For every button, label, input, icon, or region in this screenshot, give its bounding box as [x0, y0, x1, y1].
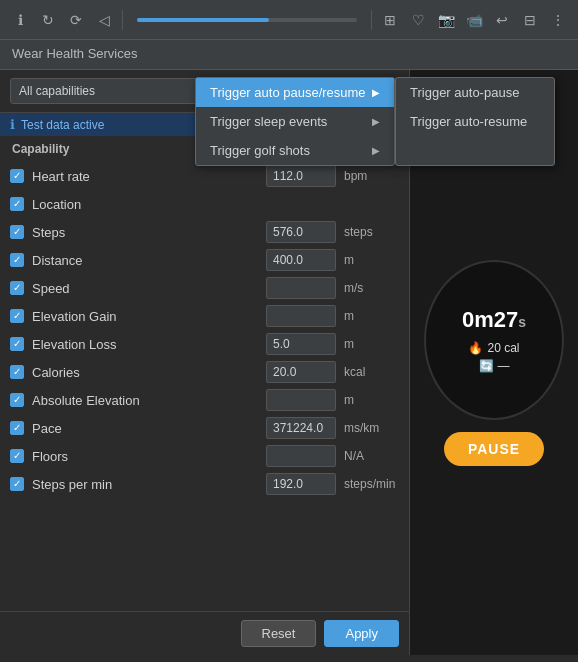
capability-name: Floors — [32, 449, 258, 464]
capability-unit: steps/min — [344, 477, 399, 491]
menu-item-trigger-auto-pause-resume[interactable]: Trigger auto pause/resume ▶ — [196, 78, 394, 107]
capability-name: Steps per min — [32, 477, 258, 492]
capability-name: Speed — [32, 281, 258, 296]
watch-time: 0m27s — [462, 307, 526, 333]
video-icon[interactable]: 📹 — [462, 8, 486, 32]
layout-icon[interactable]: ⊞ — [378, 8, 402, 32]
capability-value-input[interactable] — [266, 361, 336, 383]
reset-button[interactable]: Reset — [241, 620, 317, 647]
capability-unit: N/A — [344, 449, 399, 463]
capability-value-input[interactable] — [266, 305, 336, 327]
capability-checkbox-elevation-gain[interactable] — [10, 309, 24, 323]
table-row: Speedm/s — [0, 274, 409, 302]
capability-name: Pace — [32, 421, 258, 436]
table-row: Stepssteps — [0, 218, 409, 246]
capability-checkbox-elevation-loss[interactable] — [10, 337, 24, 351]
capability-unit: kcal — [344, 365, 399, 379]
capability-name: Elevation Gain — [32, 309, 258, 324]
capability-checkbox-pace[interactable] — [10, 421, 24, 435]
back-icon[interactable]: ◁ — [92, 8, 116, 32]
watch-time-seconds: s — [518, 314, 526, 330]
capability-unit: m — [344, 337, 399, 351]
submenu: Trigger auto-pause Trigger auto-resume — [395, 77, 555, 166]
capability-value-input[interactable] — [266, 417, 336, 439]
camera-icon[interactable]: 📷 — [434, 8, 458, 32]
capability-value-input[interactable] — [266, 445, 336, 467]
dropdown-menu: Trigger auto pause/resume ▶ Trigger slee… — [195, 77, 395, 166]
refresh-activity-icon: 🔄 — [479, 359, 494, 373]
separator-2 — [371, 10, 372, 30]
table-row: Heart ratebpm — [0, 162, 409, 190]
submenu-arrow-3: ▶ — [372, 145, 380, 156]
capability-checkbox-steps-per-min[interactable] — [10, 477, 24, 491]
undo-icon[interactable]: ↩ — [490, 8, 514, 32]
table-row: Steps per minsteps/min — [0, 470, 409, 498]
table-row: Distancem — [0, 246, 409, 274]
menu-item-trigger-golf[interactable]: Trigger golf shots ▶ — [196, 136, 394, 165]
capability-checkbox-floors[interactable] — [10, 449, 24, 463]
capability-checkbox-location[interactable] — [10, 197, 24, 211]
capability-unit: bpm — [344, 169, 399, 183]
sync-icon[interactable]: ⟳ — [64, 8, 88, 32]
capability-name: Calories — [32, 365, 258, 380]
dropdown-menu-overlay: Trigger auto pause/resume ▶ Trigger slee… — [195, 77, 555, 166]
app-title-bar: Wear Health Services — [0, 40, 578, 70]
capability-checkbox-steps[interactable] — [10, 225, 24, 239]
submenu-item-auto-pause[interactable]: Trigger auto-pause — [396, 78, 554, 107]
activity-stat: 🔄 — — [479, 359, 510, 373]
submenu-arrow-1: ▶ — [372, 87, 380, 98]
capability-value-input[interactable] — [266, 249, 336, 271]
watch-face: 0m27s 🔥 20 cal 🔄 — — [424, 260, 564, 420]
capability-value-input[interactable] — [266, 277, 336, 299]
capability-name: Heart rate — [32, 169, 258, 184]
watch-stats: 🔥 20 cal 🔄 — — [468, 341, 519, 373]
capability-name: Steps — [32, 225, 258, 240]
status-text: Test data active — [21, 118, 104, 132]
capability-name: Absolute Elevation — [32, 393, 258, 408]
heart-icon[interactable]: ♡ — [406, 8, 430, 32]
grid-icon[interactable]: ⊟ — [518, 8, 542, 32]
toolbar: ℹ ↻ ⟳ ◁ ⊞ ♡ 📷 📹 ↩ ⊟ ⋮ — [0, 0, 578, 40]
more-icon[interactable]: ⋮ — [546, 8, 570, 32]
capability-value-input[interactable] — [266, 389, 336, 411]
table-row: Elevation Gainm — [0, 302, 409, 330]
fire-icon: 🔥 — [468, 341, 483, 355]
menu-item-label-2: Trigger sleep events — [210, 114, 327, 129]
capability-checkbox-speed[interactable] — [10, 281, 24, 295]
menu-item-trigger-sleep[interactable]: Trigger sleep events ▶ — [196, 107, 394, 136]
capability-checkbox-heart-rate[interactable] — [10, 169, 24, 183]
capability-value-input[interactable] — [266, 333, 336, 355]
table-row: Pacems/km — [0, 414, 409, 442]
calories-stat: 🔥 20 cal — [468, 341, 519, 355]
pause-button[interactable]: PAUSE — [444, 432, 544, 466]
status-info-icon: ℹ — [10, 117, 15, 132]
capability-name: Elevation Loss — [32, 337, 258, 352]
submenu-label-2: Trigger auto-resume — [410, 114, 527, 129]
capability-unit: m — [344, 309, 399, 323]
capability-value-input[interactable] — [266, 221, 336, 243]
capability-checkbox-calories[interactable] — [10, 365, 24, 379]
app-title: Wear Health Services — [12, 46, 137, 61]
calories-value: 20 cal — [487, 341, 519, 355]
submenu-item-auto-resume[interactable]: Trigger auto-resume — [396, 107, 554, 136]
apply-button[interactable]: Apply — [324, 620, 399, 647]
capability-value-input[interactable] — [266, 165, 336, 187]
capability-checkbox-absolute-elevation[interactable] — [10, 393, 24, 407]
info-icon[interactable]: ℹ — [8, 8, 32, 32]
table-row: FloorsN/A — [0, 442, 409, 470]
capability-unit: m — [344, 253, 399, 267]
refresh-icon[interactable]: ↻ — [36, 8, 60, 32]
bottom-buttons: Reset Apply — [0, 611, 409, 655]
capability-unit: ms/km — [344, 421, 399, 435]
table-row: Absolute Elevationm — [0, 386, 409, 414]
capability-checkbox-distance[interactable] — [10, 253, 24, 267]
capability-name: Location — [32, 197, 399, 212]
capability-header-label: Capability — [12, 142, 69, 156]
table-row: Location — [0, 190, 409, 218]
menu-item-label-1: Trigger auto pause/resume — [210, 85, 366, 100]
separator-1 — [122, 10, 123, 30]
menu-item-label-3: Trigger golf shots — [210, 143, 310, 158]
activity-dash: — — [498, 359, 510, 373]
capability-value-input[interactable] — [266, 473, 336, 495]
capability-unit: m — [344, 393, 399, 407]
